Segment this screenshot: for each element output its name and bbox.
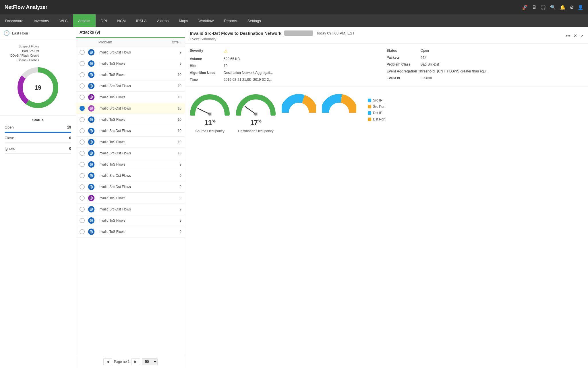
row-name: Invalid Src-Dst Flows bbox=[98, 151, 167, 155]
user-icon[interactable]: 👤 bbox=[578, 5, 583, 10]
nav-item-dashboard[interactable]: Dashboard bbox=[0, 14, 29, 27]
flow-icon bbox=[89, 73, 93, 77]
svg-point-60 bbox=[254, 113, 257, 116]
row-name: Invalid Src-Dst Flows bbox=[98, 174, 167, 178]
row-checkbox[interactable] bbox=[80, 207, 85, 212]
detail-row: StatusOpen bbox=[387, 47, 584, 54]
row-name: Invalid Src-Dst Flows bbox=[98, 129, 167, 133]
nav-item-inventory[interactable]: Inventory bbox=[29, 14, 54, 27]
row-checkbox[interactable] bbox=[80, 139, 85, 145]
nav-item-maps[interactable]: Maps bbox=[174, 14, 193, 27]
middle-header: Attacks (9) bbox=[76, 27, 185, 38]
bell-icon[interactable]: 🔔 bbox=[560, 5, 566, 10]
event-details-right: StatusOpenPackets447Problem ClassBad Src… bbox=[387, 47, 584, 83]
detail-row: Time2019-02-21 21:08--2019-02-2... bbox=[190, 76, 387, 83]
legend-src-ip: Src IP bbox=[368, 98, 385, 102]
table-row[interactable]: Invalid Src-Dst Flows 10 bbox=[76, 125, 185, 137]
status-title: Status bbox=[5, 118, 71, 122]
donut-legend-item: Scans / Probes bbox=[18, 58, 39, 62]
nav-item-attacks[interactable]: Attacks bbox=[73, 14, 96, 27]
row-checkbox[interactable] bbox=[80, 61, 85, 66]
gear-icon[interactable]: ⚙ bbox=[570, 5, 574, 10]
table-row[interactable]: Invalid ToS Flows 9 bbox=[76, 193, 185, 204]
detail-row: Hits10 bbox=[190, 62, 387, 69]
table-row[interactable]: Invalid ToS Flows 9 bbox=[76, 215, 185, 226]
row-count: 9 bbox=[167, 230, 181, 234]
nav-item-ncm[interactable]: NCM bbox=[112, 14, 131, 27]
detail-value: Bad Src-Dst bbox=[421, 62, 439, 66]
detail-label: Status bbox=[387, 49, 418, 53]
row-checkbox[interactable] bbox=[80, 95, 85, 100]
monitor-icon[interactable]: 🖥 bbox=[532, 5, 536, 10]
row-count: 9 bbox=[167, 162, 181, 166]
detail-label: Packets bbox=[387, 55, 418, 60]
dst-port-color bbox=[368, 118, 371, 121]
table-row[interactable]: ✓ Invalid Src-Dst Flows 10 bbox=[76, 103, 185, 114]
dst-ip-color bbox=[368, 111, 371, 115]
nav-item-alarms[interactable]: Alarms bbox=[152, 14, 174, 27]
detail-row: Problem ClassBad Src-Dst bbox=[387, 61, 584, 68]
src-ip-label: Src IP bbox=[373, 98, 382, 102]
gauges-area: 11% Source Occupancy 17% Destination Occ… bbox=[185, 87, 588, 139]
row-checkbox[interactable] bbox=[80, 229, 85, 234]
table-row[interactable]: Invalid Src-Dst Flows 10 bbox=[76, 148, 185, 159]
more-options-button[interactable]: ••• bbox=[566, 33, 570, 39]
nav-item-settings[interactable]: Settings bbox=[242, 14, 266, 27]
table-row[interactable]: Invalid Src-Dst Flows 9 bbox=[76, 181, 185, 193]
table-row[interactable]: Invalid Src-Dst Flows 9 bbox=[76, 47, 185, 58]
row-name: Invalid ToS Flows bbox=[98, 218, 167, 223]
row-count: 10 bbox=[167, 73, 181, 77]
table-row[interactable]: Invalid ToS Flows 9 bbox=[76, 159, 185, 170]
row-checkbox[interactable] bbox=[80, 128, 85, 133]
nav-item-reports[interactable]: Reports bbox=[219, 14, 242, 27]
table-row[interactable]: Invalid ToS Flows 10 bbox=[76, 92, 185, 103]
next-page-button[interactable]: ▶ bbox=[131, 358, 140, 365]
row-checkbox[interactable] bbox=[80, 173, 85, 178]
row-name: Invalid ToS Flows bbox=[98, 230, 167, 234]
table-row[interactable]: Invalid Src-Dst Flows 10 bbox=[76, 80, 185, 92]
flow-icon bbox=[89, 62, 93, 66]
table-row[interactable]: Invalid ToS Flows 9 bbox=[76, 58, 185, 69]
navbar: DashboardInventoryWLCAttacksDPINCMIPSLAA… bbox=[0, 14, 588, 27]
table-row[interactable]: Invalid Src-Dst Flows 9 bbox=[76, 204, 185, 215]
prev-page-button[interactable]: ◀ bbox=[103, 358, 112, 365]
detail-row: Packets447 bbox=[387, 54, 584, 61]
table-row[interactable]: Invalid ToS Flows 10 bbox=[76, 137, 185, 148]
row-checkbox[interactable] bbox=[80, 117, 85, 122]
row-checkbox[interactable]: ✓ bbox=[80, 106, 85, 111]
nav-item-workflow[interactable]: Workflow bbox=[193, 14, 219, 27]
attacks-table: Invalid Src-Dst Flows 9 Invalid ToS Flow… bbox=[76, 47, 185, 355]
row-checkbox[interactable] bbox=[80, 162, 85, 167]
status-count: 0 bbox=[69, 136, 71, 140]
per-page-select[interactable]: 50100200 bbox=[142, 358, 158, 365]
row-checkbox[interactable] bbox=[80, 83, 85, 89]
dest-value: 17% bbox=[250, 119, 261, 127]
rocket-icon[interactable]: 🚀 bbox=[522, 5, 528, 10]
row-count: 9 bbox=[167, 207, 181, 211]
row-checkbox[interactable] bbox=[80, 72, 85, 77]
nav-item-wlc[interactable]: WLC bbox=[54, 14, 73, 27]
row-checkbox[interactable] bbox=[80, 184, 85, 189]
status-row-ignore: Ignore 0 bbox=[5, 146, 71, 154]
nav-item-dpi[interactable]: DPI bbox=[96, 14, 112, 27]
flow-icon bbox=[89, 207, 93, 211]
table-row[interactable]: Invalid ToS Flows 10 bbox=[76, 69, 185, 80]
row-checkbox[interactable] bbox=[80, 195, 85, 201]
table-row[interactable]: Invalid Src-Dst Flows 9 bbox=[76, 170, 185, 181]
page-label: Page no 1 bbox=[114, 360, 130, 364]
search-icon[interactable]: 🔍 bbox=[550, 5, 556, 10]
close-button[interactable]: ✕ bbox=[573, 33, 577, 39]
status-label: Close bbox=[5, 136, 14, 140]
event-title: Invalid Src-Dst Flows to Destination Net… bbox=[190, 31, 281, 36]
table-row[interactable]: Invalid ToS Flows 9 bbox=[76, 226, 185, 237]
row-count: 9 bbox=[167, 196, 181, 200]
row-checkbox[interactable] bbox=[80, 50, 85, 55]
row-checkbox[interactable] bbox=[80, 218, 85, 223]
table-row[interactable]: Invalid ToS Flows 10 bbox=[76, 114, 185, 125]
src-port-color bbox=[368, 105, 371, 108]
row-count: 9 bbox=[167, 218, 181, 223]
headphone-icon[interactable]: 🎧 bbox=[540, 5, 546, 10]
row-checkbox[interactable] bbox=[80, 151, 85, 156]
external-link-button[interactable]: ↗ bbox=[580, 34, 583, 38]
nav-item-ipsla[interactable]: IPSLA bbox=[131, 14, 152, 27]
